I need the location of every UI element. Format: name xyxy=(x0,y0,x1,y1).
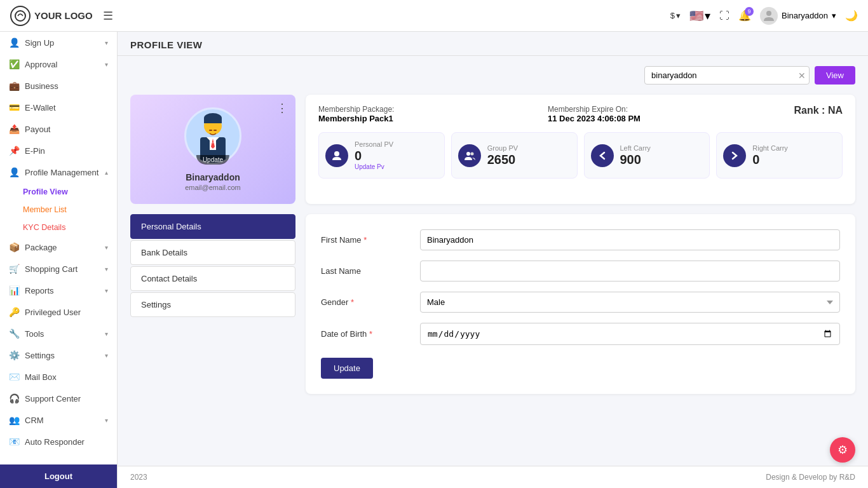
sidebar-item-auto-responder[interactable]: 📧Auto Responder xyxy=(0,431,117,452)
currency-selector[interactable]: $▾ xyxy=(670,11,681,20)
three-dots-icon[interactable]: ⋮ xyxy=(276,101,288,115)
sidebar-item-tools[interactable]: 🔧Tools ▾ xyxy=(0,323,117,344)
sidebar-item-package[interactable]: 📦Package ▾ xyxy=(0,236,117,258)
tab-settings[interactable]: Settings xyxy=(130,292,295,317)
arrow-icon: ▾ xyxy=(105,244,108,251)
arrow-icon: ▾ xyxy=(105,287,108,294)
membership-expire-value: 11 Dec 2023 4:06:08 PM xyxy=(548,114,641,123)
sidebar-subitem-profile-view[interactable]: Profile View xyxy=(0,183,117,201)
fullscreen-icon[interactable]: ⛶ xyxy=(719,10,729,22)
content-area: PROFILE VIEW ✕ View ⋮ xyxy=(118,32,868,488)
dark-mode-toggle[interactable]: 🌙 xyxy=(845,10,858,22)
avatar xyxy=(760,7,778,25)
sidebar-item-e-wallet[interactable]: 💳E-Wallet xyxy=(0,97,117,118)
sidebar-item-support-center[interactable]: 🎧Support Center xyxy=(0,388,117,409)
last-name-input[interactable] xyxy=(420,261,840,281)
svg-rect-10 xyxy=(209,130,212,131)
sidebar-item-profile-management[interactable]: 👤Profile Management ▴ xyxy=(0,161,117,183)
sign-up-icon: 👤 xyxy=(9,37,20,48)
sidebar-label-approval: Approval xyxy=(25,60,57,69)
profile-section: ⋮ xyxy=(130,95,855,204)
sidebar-item-settings[interactable]: ⚙️Settings ▾ xyxy=(0,344,117,366)
search-wrap: ✕ xyxy=(644,66,810,85)
sidebar-item-shopping-cart[interactable]: 🛒Shopping Cart ▾ xyxy=(0,258,117,280)
sidebar-item-reports[interactable]: 📊Reports ▾ xyxy=(0,280,117,301)
pv-content-left-carry: Left Carry 900 xyxy=(620,144,651,167)
personal-pv-link[interactable]: Update Pv xyxy=(355,163,393,170)
hamburger-icon[interactable]: ☰ xyxy=(103,9,113,23)
pv-content-personal: Personal PV 0 Update Pv xyxy=(355,140,393,170)
last-name-label: Last Name xyxy=(321,266,410,276)
tab-bank-details[interactable]: Bank Details xyxy=(130,240,295,265)
right-carry-icon xyxy=(723,144,746,167)
sidebar-item-business[interactable]: 💼Business xyxy=(0,75,117,97)
logout-button[interactable]: Logout xyxy=(0,464,117,488)
clear-icon[interactable]: ✕ xyxy=(798,71,806,81)
sidebar-label-reports: Reports xyxy=(25,286,54,295)
rank-badge: Rank : NA xyxy=(794,105,843,116)
svg-point-12 xyxy=(334,151,339,156)
sidebar-item-approval[interactable]: ✅Approval ▾ xyxy=(0,53,117,75)
floating-gear-button[interactable]: ⚙ xyxy=(830,437,855,463)
sidebar-label-epin: E-Pin xyxy=(25,146,45,156)
update-badge[interactable]: Update xyxy=(196,155,229,165)
crm-icon: 👥 xyxy=(9,415,20,425)
svg-point-13 xyxy=(466,152,470,156)
personal-pv-label: Personal PV xyxy=(355,140,393,148)
gender-select[interactable]: Male Female Other xyxy=(420,292,840,313)
sidebar-label-settings: Settings xyxy=(25,351,55,360)
left-carry-icon xyxy=(591,144,614,167)
dob-input[interactable] xyxy=(420,323,840,345)
sidebar-label-ewallet: E-Wallet xyxy=(25,103,56,112)
business-icon: 💼 xyxy=(9,81,20,91)
profile-name: Binaryaddon xyxy=(186,172,240,182)
form-row-first-name: First Name * xyxy=(321,229,840,250)
sidebar-item-crm[interactable]: 👥CRM ▾ xyxy=(0,409,117,431)
sidebar-subitem-member-list[interactable]: Member List xyxy=(0,201,117,219)
svg-point-1 xyxy=(766,11,771,16)
profile-card: ⋮ xyxy=(130,95,295,204)
sidebar-item-payout[interactable]: 📤Payout xyxy=(0,118,117,140)
membership-expire-label: Membership Expire On: xyxy=(548,105,641,114)
user-menu[interactable]: Binaryaddon ▾ xyxy=(760,7,836,25)
sidebar-subitem-kyc-details[interactable]: KYC Details xyxy=(0,219,117,236)
sidebar-item-epin[interactable]: 📌E-Pin xyxy=(0,140,117,161)
update-form-button[interactable]: Update xyxy=(321,358,373,379)
sidebar-label-business: Business xyxy=(25,81,58,91)
pv-card-group: Group PV 2650 xyxy=(451,132,578,179)
svg-rect-11 xyxy=(214,130,217,131)
sidebar-label-payout: Payout xyxy=(25,125,50,134)
search-input[interactable] xyxy=(644,66,810,85)
privileged-user-icon: 🔑 xyxy=(9,307,20,317)
language-selector[interactable]: 🇺🇸▾ xyxy=(689,9,710,23)
arrow-icon: ▾ xyxy=(105,61,108,68)
shopping-cart-icon: 🛒 xyxy=(9,264,20,274)
pv-content-right-carry: Right Carry 0 xyxy=(752,144,788,167)
view-button[interactable]: View xyxy=(815,66,855,85)
sidebar-label-privileged-user: Privileged User xyxy=(25,308,81,317)
support-center-icon: 🎧 xyxy=(9,393,20,403)
sidebar-label-support-center: Support Center xyxy=(25,394,81,403)
payout-icon: 📤 xyxy=(9,124,20,134)
group-pv-icon xyxy=(458,144,481,167)
form-row-dob: Date of Birth * xyxy=(321,323,840,345)
left-carry-label: Left Carry xyxy=(620,144,651,152)
sidebar-item-privileged-user[interactable]: 🔑Privileged User xyxy=(0,301,117,323)
mail-box-icon: ✉️ xyxy=(9,372,20,382)
notification-bell[interactable]: 🔔 9 xyxy=(738,10,751,22)
tab-personal-details[interactable]: Personal Details xyxy=(130,214,295,239)
settings-icon: ⚙️ xyxy=(9,350,20,360)
first-name-input[interactable] xyxy=(420,229,840,250)
right-carry-value: 0 xyxy=(752,152,788,167)
sidebar-label-package: Package xyxy=(25,243,57,252)
sidebar-item-sign-up[interactable]: 👤Sign Up ▾ xyxy=(0,32,117,53)
sidebar-nav: 👤Sign Up ▾ ✅Approval ▾ 💼Business 💳E-Wall… xyxy=(0,32,117,458)
avatar-circle: Update xyxy=(184,107,241,165)
profile-email: email@email.com xyxy=(185,184,241,191)
epin-icon: 📌 xyxy=(9,146,20,156)
sidebar-item-mail-box[interactable]: ✉️Mail Box xyxy=(0,366,117,388)
membership-package-label: Membership Package: xyxy=(318,105,394,114)
dob-label: Date of Birth * xyxy=(321,329,410,339)
tab-contact-details[interactable]: Contact Details xyxy=(130,266,295,291)
footer-year: 2023 xyxy=(130,473,147,482)
